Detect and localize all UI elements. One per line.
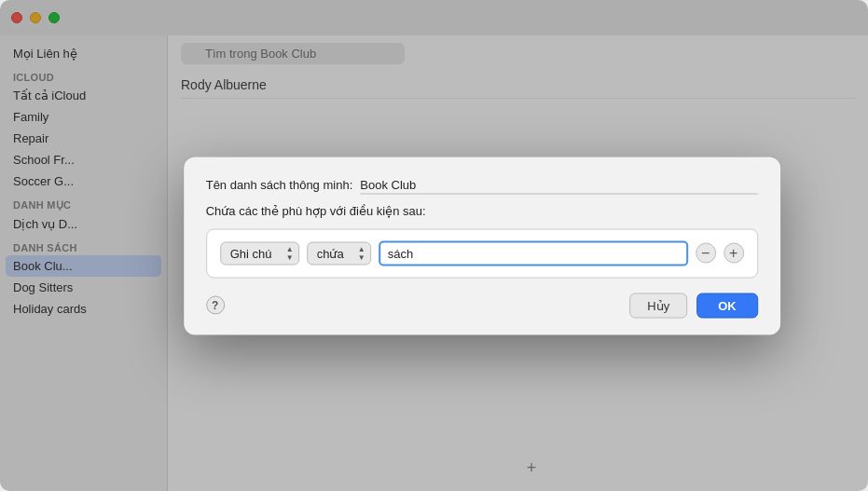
operator-select-wrapper: chứa ▲ ▼ bbox=[307, 241, 371, 265]
condition-row: Ghi chú ▲ ▼ chứa ▲ ▼ − bbox=[220, 240, 744, 266]
modal-title-label: Tên danh sách thông minh: bbox=[206, 178, 353, 192]
footer-buttons: Hủy OK bbox=[629, 293, 757, 318]
modal-conditions-label: Chứa các thẻ phù hợp với điều kiện sau: bbox=[206, 203, 758, 217]
modal-title-row: Tên danh sách thông minh: bbox=[206, 175, 758, 194]
smart-list-modal: Tên danh sách thông minh: Chứa các thẻ p… bbox=[184, 157, 780, 334]
cancel-button[interactable]: Hủy bbox=[629, 293, 687, 318]
condition-operator-select[interactable]: chứa bbox=[307, 241, 371, 265]
add-condition-button[interactable]: + bbox=[723, 243, 744, 264]
modal-footer: ? Hủy OK bbox=[206, 293, 758, 318]
condition-field-select[interactable]: Ghi chú bbox=[220, 241, 299, 265]
field-select-wrapper: Ghi chú ▲ ▼ bbox=[220, 241, 299, 265]
condition-box: Ghi chú ▲ ▼ chứa ▲ ▼ − bbox=[206, 228, 758, 278]
smart-list-name-input[interactable] bbox=[360, 175, 757, 194]
remove-condition-button[interactable]: − bbox=[696, 243, 716, 264]
help-button[interactable]: ? bbox=[206, 296, 225, 315]
condition-value-input[interactable] bbox=[379, 240, 688, 266]
ok-button[interactable]: OK bbox=[696, 293, 758, 318]
